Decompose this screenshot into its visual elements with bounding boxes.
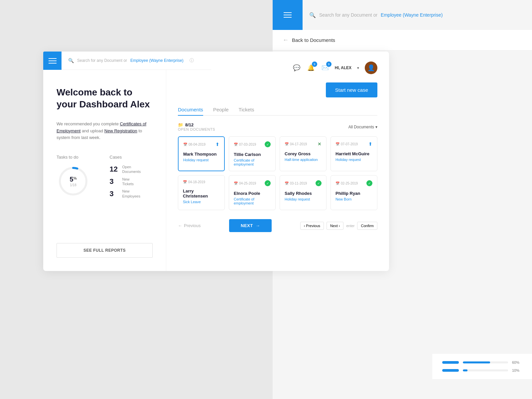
case-item-open-docs: 12 OpenDocuments <box>110 165 153 174</box>
doc-date: 📅 02-25-2019 <box>335 182 358 185</box>
inbox-icon-wrap[interactable]: ✉️ 9 <box>321 63 330 72</box>
doc-card-mark-thompson[interactable]: 📅 08-04-2019 ⬆ Mark Thompson Holiday req… <box>178 136 225 171</box>
doc-type: Holiday request <box>335 158 372 162</box>
see-full-reports-button[interactable]: SEE FULL REPORTS <box>57 243 153 258</box>
circle-fraction: 1/18 <box>70 183 77 187</box>
doc-card-phillip-ryan[interactable]: 📅 02-25-2019 ✓ Phillip Ryan New Born <box>331 175 377 210</box>
tab-tickets[interactable]: Tickets <box>239 104 254 116</box>
green-status-icon: ✓ <box>265 180 271 186</box>
green-status-icon: ✓ <box>265 141 271 147</box>
doc-name: Larry Christensen <box>183 189 220 199</box>
bottom-progress-panel: 60% 10% <box>432 354 532 379</box>
green-status-icon: ✓ <box>316 180 322 186</box>
docs-header: 📁 8/12 OPEN DOCUMENTS All Documents ▾ <box>178 122 377 131</box>
doc-name: Sally Rhodes <box>285 191 322 196</box>
progress-row-1: 60% <box>442 360 522 364</box>
prev-page-icon: ‹ <box>304 224 305 228</box>
progress-bar-2 <box>442 369 459 372</box>
doc-card-corey-gross[interactable]: 📅 04-17-2019 ✕ Corey Gross Half-time app… <box>280 136 327 171</box>
calendar-icon: 📅 <box>234 182 238 185</box>
doc-type: Sick Leave <box>183 200 220 204</box>
calendar-icon: 📅 <box>335 142 339 146</box>
progress-track-1 <box>463 361 508 363</box>
registration-link[interactable]: New Registration <box>104 128 137 133</box>
doc-card-larry-christensen[interactable]: 📅 04-18-2019 Larry Christensen Sick Leav… <box>178 175 225 210</box>
tasks-label: Tasks to do <box>57 155 100 160</box>
cases-label: Cases <box>110 155 153 160</box>
docs-count: 8/12 <box>185 122 194 127</box>
next-page-icon: › <box>339 224 340 228</box>
stats-section: Tasks to do 5% 1/18 Cases <box>57 155 153 199</box>
new-employees-label: NewEmployees <box>122 189 140 199</box>
doc-card-sally-rhodes[interactable]: 📅 03-11-2019 ✓ Sally Rhodes Holiday requ… <box>280 175 327 210</box>
next-button[interactable]: NEXT → <box>229 219 272 232</box>
docs-count-section: 📁 8/12 OPEN DOCUMENTS <box>178 122 215 131</box>
upload-status-icon: ⬆ <box>368 141 372 147</box>
alerts-badge: 9 <box>312 62 317 67</box>
case-item-new-tickets: 3 NewTickets <box>110 177 153 187</box>
main-hamburger-button[interactable] <box>43 52 62 70</box>
progress-label-2: 10% <box>512 368 522 372</box>
calendar-icon: 📅 <box>285 142 289 146</box>
calendar-icon: 📅 <box>183 143 187 146</box>
doc-name: Corey Gross <box>285 151 322 156</box>
tasks-circle: 5% 1/18 <box>57 165 90 198</box>
new-tickets-label: NewTickets <box>122 177 134 187</box>
calendar-icon: 📅 <box>285 182 289 185</box>
doc-card-elnora-poole[interactable]: 📅 04-25-2019 ✓ Elnora Poole Certificate … <box>229 175 276 210</box>
next-page-button[interactable]: Next › <box>327 222 343 230</box>
progress-fill-2 <box>463 369 467 371</box>
calendar-icon: 📅 <box>183 180 187 184</box>
cases-list: 12 OpenDocuments 3 NewTickets 3 NewEmplo… <box>110 165 153 199</box>
doc-date: 📅 03-11-2019 <box>285 182 307 185</box>
inner-search-placeholder: Search for any Document or <box>77 58 127 63</box>
prev-page-button[interactable]: ‹ Previous <box>300 222 324 230</box>
calendar-icon: 📅 <box>234 143 238 146</box>
circle-percent: 5 <box>70 176 73 183</box>
hamburger-icon <box>284 12 292 18</box>
back-label: Back to Documents <box>292 37 335 43</box>
new-tickets-count: 3 <box>110 177 120 186</box>
doc-type: New Born <box>335 197 372 201</box>
tab-people[interactable]: People <box>213 104 229 116</box>
upload-status-icon: ⬆ <box>215 142 219 147</box>
doc-name: Harriett McGuire <box>335 151 372 156</box>
filter-chevron-icon: ▾ <box>375 125 377 129</box>
alerts-icon-wrap[interactable]: 🔔 9 <box>306 63 316 72</box>
doc-card-tillie-carlson[interactable]: 📅 07-03-2019 ✓ Tillie Carlson Certificat… <box>229 136 276 171</box>
percent-symbol: % <box>73 176 77 180</box>
dropdown-icon[interactable]: ▼ <box>356 66 360 70</box>
back-to-documents[interactable]: ← Back to Documents <box>273 30 532 51</box>
new-employees-count: 3 <box>110 190 120 198</box>
left-panel: Welcome back to your Dashboard Alex We r… <box>43 52 166 271</box>
messages-icon: 💬 <box>292 63 301 72</box>
tab-documents[interactable]: Documents <box>178 104 203 116</box>
next-arrow-icon: → <box>256 223 260 228</box>
doc-card-harriett-mcguire[interactable]: 📅 07-07-2019 ⬆ Harriett McGuire Holiday … <box>331 136 377 171</box>
doc-date: 📅 08-04-2019 <box>183 143 205 146</box>
cases-block: Cases 12 OpenDocuments 3 NewTickets 3 Ne… <box>110 155 153 199</box>
search-placeholder: Search for any Document or <box>319 12 377 18</box>
main-hamburger-icon <box>49 58 57 64</box>
progress-bar-1 <box>442 361 459 364</box>
search-icon: 🔍 <box>309 12 316 18</box>
page-controls: ‹ Previous Next › enter Confirm <box>300 222 377 230</box>
messages-icon-wrap[interactable]: 💬 <box>292 63 301 72</box>
prev-link[interactable]: ← Previous <box>178 223 201 228</box>
enter-label: enter <box>346 224 354 228</box>
inbox-badge: 9 <box>326 62 332 67</box>
docs-grid-row1: 📅 08-04-2019 ⬆ Mark Thompson Holiday req… <box>178 136 377 171</box>
hamburger-button[interactable] <box>273 0 303 30</box>
open-docs-count: 12 <box>110 165 120 174</box>
start-new-case-button[interactable]: Start new case <box>326 82 377 97</box>
welcome-description: We recommended you complete Certificates… <box>57 121 153 141</box>
top-search-bar[interactable]: 🔍 Search for any Document or Employee (W… <box>303 12 532 18</box>
doc-type: Holiday request <box>183 158 219 162</box>
doc-date: 📅 07-07-2019 <box>335 142 358 146</box>
docs-filter[interactable]: All Documents ▾ <box>348 125 377 129</box>
right-panel: 💬 🔔 9 ✉️ 9 HI, ALEX ▼ 👤 Start new case <box>166 52 389 271</box>
doc-type: Certificate of employment <box>234 197 271 205</box>
inner-search-bar[interactable]: 🔍 Search for any Document or Employee (W… <box>62 52 211 70</box>
confirm-button[interactable]: Confirm <box>357 222 377 230</box>
user-name[interactable]: HI, ALEX <box>335 66 351 70</box>
